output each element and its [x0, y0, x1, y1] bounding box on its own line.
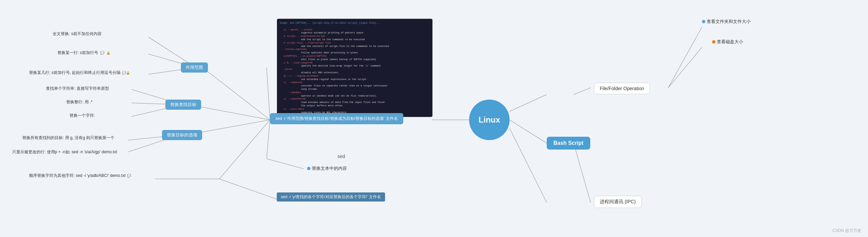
- svg-line-0: [510, 120, 547, 143]
- sed-main-cmd-node: sed -i '作用范围/替换查找目标/替换成为目标/替换目标的选项' 文件名: [270, 113, 403, 124]
- sed-label-node: sed: [337, 154, 345, 159]
- replace-text-label: 替换文本中的内容: [312, 165, 347, 172]
- svg-line-24: [219, 179, 277, 199]
- replace-text-content-node: 替换文本中的内容: [307, 165, 347, 172]
- bash-script-label: Bash Script: [553, 140, 584, 146]
- check-disk-size-node: 查看磁盘大小: [712, 39, 743, 45]
- circle-icon-replace: [307, 167, 310, 170]
- comment-icon3: 💬: [127, 174, 131, 178]
- seq-replace-node: 顺序替换字符为其他字符: sed -i 'y/adb/ABC/' demo.tx…: [27, 172, 133, 179]
- find-all-line-label: 替换整行: 用 .*: [66, 99, 92, 105]
- scope-all-label: 全文替换: s前不加任何内容: [53, 31, 102, 37]
- scope-all-node: 全文替换: s前不加任何内容: [51, 30, 104, 37]
- bash-script-node[interactable]: Bash Script: [547, 137, 590, 150]
- lock-icon2: 🔒: [126, 71, 130, 75]
- file-folder-node[interactable]: File/Folder Operation: [594, 83, 650, 94]
- find-target-label: 替换查找目标: [170, 102, 196, 108]
- svg-line-4: [574, 143, 591, 203]
- svg-line-5: [668, 27, 702, 88]
- replace-all-found-label: 替换所有查找到的目标: 用 g, 没有g 则只替换第一个: [22, 135, 114, 141]
- replace-all-found-node: 替换所有查找到的目标: 用 g, 没有g 则只替换第一个: [20, 134, 116, 141]
- watermark-text: CSDN @万万老: [832, 228, 861, 233]
- find-all-line-node: 替换整行: 用 .*: [64, 99, 94, 106]
- svg-line-6: [668, 47, 702, 88]
- find-one-char-label: 替换一个字符:: [70, 113, 95, 119]
- scope-multi-line-node: 替换某几行: s前加行号, 起始行和终止行用逗号分隔 💬 🔒: [27, 69, 132, 76]
- ipc-label: 进程间通讯 (IPC): [600, 199, 636, 205]
- scope-one-line-node: 替换某一行: s前加行号 💬 🔒: [57, 50, 110, 56]
- connections-layer: [0, 0, 868, 237]
- check-disk-size-label: 查看磁盘大小: [717, 39, 743, 45]
- lock-icon1: 🔒: [106, 51, 110, 55]
- replace-scope-node: 作用范围: [181, 62, 208, 73]
- check-folder-size-node: 查看文件夹和文件大小: [702, 19, 751, 25]
- svg-line-2: [510, 128, 547, 203]
- circle-icon-folder: [702, 20, 705, 23]
- find-target-node: 替换查找目标: [165, 100, 201, 110]
- sed-terminal-image: Usage: sed [OPTION]... {script-only-if-n…: [277, 19, 433, 117]
- center-label: Linux: [479, 115, 500, 125]
- replace-show-changed-label: 只显示被更改的行: 使用p + -n如: sed -n 's/a/A/gp' d…: [12, 149, 117, 155]
- replace-option-label: 替换目标的选项: [167, 132, 197, 138]
- find-single-char-label: 查找单个字符串: 直接写字符串原型: [46, 86, 109, 91]
- replace-show-changed-node: 只显示被更改的行: 使用p + -n如: sed -n 's/a/A/gp' d…: [10, 149, 119, 156]
- replace-scope-label: 作用范围: [186, 64, 203, 71]
- svg-line-8: [267, 68, 270, 120]
- sed-text: sed: [337, 154, 345, 159]
- file-folder-label: File/Folder Operation: [600, 86, 644, 91]
- comment-icon1: 💬: [100, 51, 104, 55]
- comment-icon2: 💬: [122, 71, 126, 75]
- svg-line-1: [510, 95, 547, 111]
- center-node: Linux: [469, 100, 510, 140]
- svg-line-3: [574, 88, 591, 95]
- scope-multi-line-label: 替换某几行: s前加行号, 起始行和终止行用逗号分隔: [29, 70, 120, 76]
- sed-y-cmd-node: sed -i 'y/查找的各个字符/对应替换后的各个字符/' 文件名: [277, 192, 385, 202]
- svg-line-9: [267, 120, 270, 159]
- svg-line-22: [219, 120, 270, 179]
- ipc-node[interactable]: 进程间通讯 (IPC): [594, 196, 642, 208]
- check-folder-size-label: 查看文件夹和文件大小: [707, 19, 751, 25]
- scope-one-line-label: 替换某一行: s前加行号: [57, 50, 98, 56]
- watermark: CSDN @万万老: [832, 228, 861, 234]
- seq-replace-label: 顺序替换字符为其他字符: sed -i 'y/adb/ABC/' demo.tx…: [29, 173, 126, 179]
- replace-option-node: 替换目标的选项: [162, 130, 202, 140]
- svg-line-12: [189, 105, 270, 120]
- sed-y-cmd-label: sed -i 'y/查找的各个字符/对应替换后的各个字符/' 文件名: [281, 194, 381, 200]
- svg-line-10: [267, 159, 304, 169]
- find-single-char-node: 查找单个字符串: 直接写字符串原型: [44, 85, 111, 92]
- svg-line-11: [202, 68, 270, 120]
- mind-map: Linux Bash Script File/Folder Operation …: [0, 0, 868, 237]
- terminal-content: Usage: sed [OPTION]... {script-only-if-n…: [277, 19, 432, 117]
- sed-main-cmd-label: sed -i '作用范围/替换查找目标/替换成为目标/替换目标的选项' 文件名: [275, 116, 398, 122]
- circle-icon-disk: [712, 40, 715, 44]
- find-one-char-node: 替换一个字符:: [67, 112, 97, 119]
